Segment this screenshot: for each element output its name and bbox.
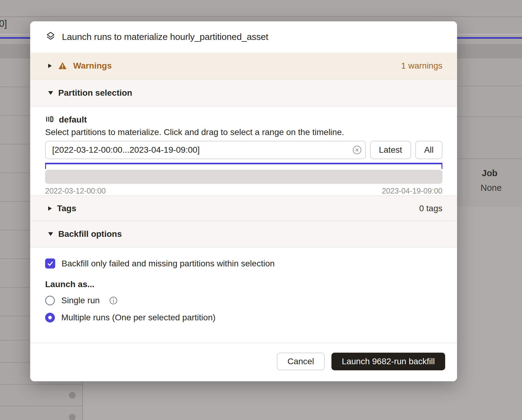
chevron-down-icon xyxy=(48,91,53,95)
dialog-title-bar: Launch runs to materialize hourly_partit… xyxy=(30,21,457,52)
layers-icon xyxy=(45,31,56,43)
single-run-label[interactable]: Single run xyxy=(61,296,100,305)
partition-selection-body: default Select partitions to materialize… xyxy=(30,107,457,195)
bg-left-table-strip xyxy=(0,59,30,381)
partition-help-text: Select partitions to materialize. Click … xyxy=(45,127,442,137)
timeline-end-label: 2023-04-19-09:00 xyxy=(382,187,442,195)
dimension-name: default xyxy=(59,115,87,125)
partition-range-input-wrap xyxy=(45,141,366,159)
tags-label: Tags xyxy=(57,204,76,213)
dialog-footer: Cancel Launch 9682-run backfill xyxy=(30,343,457,381)
launch-backfill-button[interactable]: Launch 9682-run backfill xyxy=(331,353,445,370)
backfill-only-failed-checkbox[interactable] xyxy=(45,258,55,269)
multiple-runs-radio[interactable] xyxy=(45,313,55,322)
bg-job-column-value: None xyxy=(481,183,502,193)
chevron-right-icon xyxy=(48,64,52,68)
multiple-runs-option-row: Multiple runs (One per selected partitio… xyxy=(45,312,442,323)
bg-partial-input-text: 0] xyxy=(0,18,7,29)
launch-as-label: Launch as... xyxy=(45,279,442,289)
tags-section-header[interactable]: Tags 0 tags xyxy=(30,195,457,221)
timeline-start-label: 2022-03-12-00:00 xyxy=(45,187,106,195)
partition-timeline[interactable] xyxy=(45,170,442,184)
warning-icon xyxy=(58,61,67,70)
clear-selection-button[interactable] xyxy=(352,145,362,155)
bg-right-table-strip: Job None xyxy=(457,59,522,420)
timeline-date-labels: 2022-03-12-00:00 2023-04-19-09:00 xyxy=(45,187,442,195)
multiple-runs-label[interactable]: Multiple runs (One per selected partitio… xyxy=(61,313,216,322)
backfill-only-failed-row: Backfill only failed and missing partiti… xyxy=(45,258,442,269)
single-run-option-row: Single run xyxy=(45,295,442,306)
partition-icon xyxy=(45,115,54,125)
backfill-only-failed-label[interactable]: Backfill only failed and missing partiti… xyxy=(62,259,275,269)
backfill-options-body: Backfill only failed and missing partiti… xyxy=(30,247,457,323)
single-run-radio[interactable] xyxy=(45,296,55,305)
bg-bottom-table-strip xyxy=(0,381,522,420)
tags-count-badge: 0 tags xyxy=(419,204,442,213)
dialog-title: Launch runs to materialize hourly_partit… xyxy=(62,32,268,42)
warnings-section-header[interactable]: Warnings 1 warnings xyxy=(30,52,457,79)
bg-job-column-label: Job xyxy=(482,168,498,178)
partition-range-row: Latest All xyxy=(45,141,442,159)
bg-status-dot xyxy=(69,392,76,399)
all-button[interactable]: All xyxy=(415,141,442,159)
warnings-count-badge: 1 warnings xyxy=(401,61,442,71)
latest-button[interactable]: Latest xyxy=(370,141,411,159)
selection-range-indicator xyxy=(45,163,442,169)
dimension-row: default xyxy=(45,113,442,126)
chevron-down-icon xyxy=(48,232,53,236)
warnings-label: Warnings xyxy=(73,61,112,71)
launch-backfill-dialog: Launch runs to materialize hourly_partit… xyxy=(30,21,457,381)
bg-status-dot xyxy=(69,414,76,420)
partition-selection-label: Partition selection xyxy=(58,88,132,98)
clear-icon xyxy=(352,145,362,155)
partition-selection-section-header[interactable]: Partition selection xyxy=(30,79,457,107)
backfill-options-section-header[interactable]: Backfill options xyxy=(30,221,457,247)
backfill-options-label: Backfill options xyxy=(58,229,122,239)
cancel-button[interactable]: Cancel xyxy=(277,353,325,370)
chevron-right-icon xyxy=(48,206,52,211)
info-icon[interactable] xyxy=(109,296,118,305)
bg-divider xyxy=(0,16,522,17)
partition-range-input[interactable] xyxy=(45,141,366,159)
check-icon xyxy=(47,260,54,267)
